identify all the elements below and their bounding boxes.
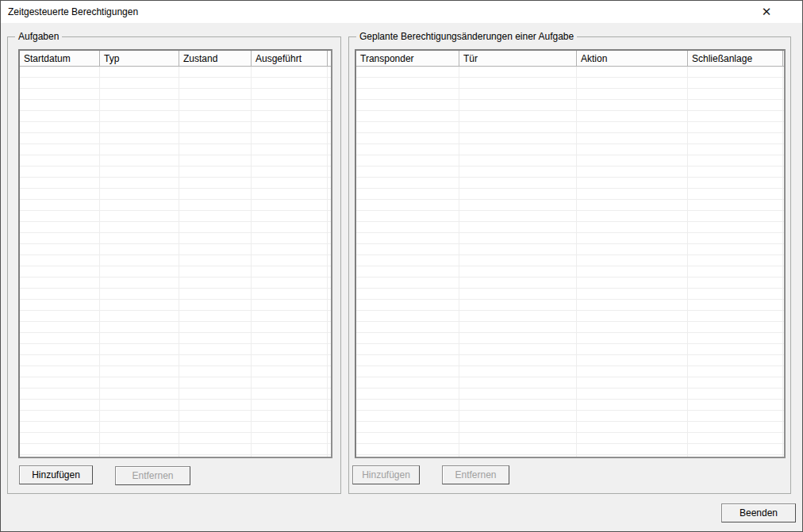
tasks-group-label: Aufgaben xyxy=(15,31,62,43)
window-title: Zeitgesteuerte Berechtigungen xyxy=(8,6,138,17)
tasks-add-button[interactable]: Hinzufügen xyxy=(19,465,93,484)
tasks-column-header-typ[interactable]: Typ xyxy=(100,51,179,66)
planned-changes-table[interactable]: Transponder Tür Aktion Schließanlage xyxy=(355,49,786,458)
tasks-column-header-zustand[interactable]: Zustand xyxy=(179,51,252,66)
tasks-column-header-ausgefuehrt[interactable]: Ausgeführt xyxy=(252,51,328,66)
changes-add-button[interactable]: Hinzufügen xyxy=(352,465,420,484)
changes-column-header-aktion[interactable]: Aktion xyxy=(577,51,688,66)
grid-line xyxy=(251,67,252,457)
tasks-remove-button[interactable]: Entfernen xyxy=(115,466,190,485)
exit-button[interactable]: Beenden xyxy=(721,503,796,522)
changes-column-header-filler xyxy=(783,51,784,66)
tasks-table-body[interactable] xyxy=(20,67,331,457)
grid-line xyxy=(99,67,100,457)
dialog-window: Zeitgesteuerte Berechtigungen ✕ Aufgaben… xyxy=(0,0,803,532)
tasks-column-header-filler xyxy=(328,51,331,66)
planned-changes-group: Geplante Berechtigungsänderungen einer A… xyxy=(348,36,791,494)
grid-line xyxy=(459,67,459,457)
tasks-table-header: Startdatum Typ Zustand Ausgeführt xyxy=(20,51,331,67)
tasks-group: Aufgaben Startdatum Typ Zustand Ausgefüh… xyxy=(7,36,341,494)
grid-line xyxy=(179,67,179,457)
titlebar: Zeitgesteuerte Berechtigungen ✕ xyxy=(1,1,802,23)
planned-changes-table-header: Transponder Tür Aktion Schließanlage xyxy=(356,51,784,67)
changes-column-header-tuer[interactable]: Tür xyxy=(459,51,577,66)
changes-remove-button[interactable]: Entfernen xyxy=(442,465,509,484)
tasks-table[interactable]: Startdatum Typ Zustand Ausgeführt xyxy=(18,49,332,458)
grid-line xyxy=(327,67,328,457)
grid-line xyxy=(687,67,688,457)
planned-changes-group-label: Geplante Berechtigungsänderungen einer A… xyxy=(356,31,577,43)
planned-changes-table-body[interactable] xyxy=(356,67,784,457)
close-icon[interactable]: ✕ xyxy=(753,2,780,21)
grid-line xyxy=(782,67,783,457)
grid-line xyxy=(576,67,577,457)
changes-column-header-schliessanlage[interactable]: Schließanlage xyxy=(688,51,783,66)
changes-column-header-transponder[interactable]: Transponder xyxy=(356,51,459,66)
tasks-column-header-startdatum[interactable]: Startdatum xyxy=(20,51,100,66)
